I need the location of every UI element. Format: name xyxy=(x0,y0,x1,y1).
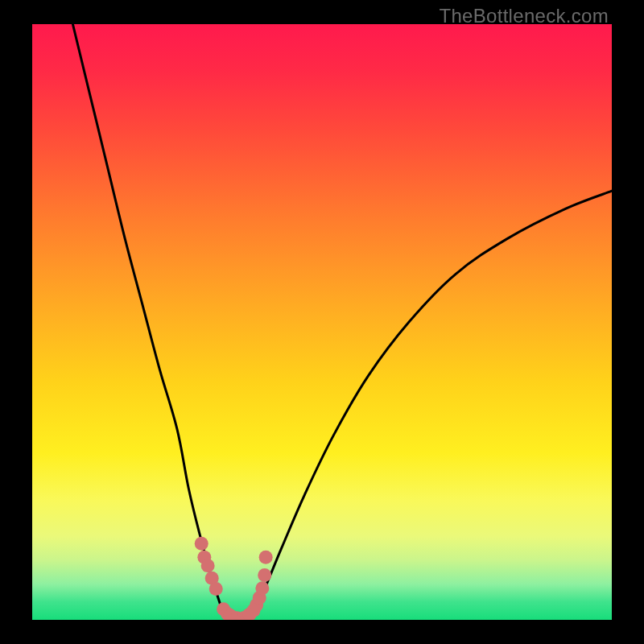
data-point xyxy=(201,559,215,572)
curve-layer xyxy=(32,24,612,620)
bottleneck-curve xyxy=(72,24,612,619)
data-points xyxy=(195,537,273,620)
data-point xyxy=(258,568,271,582)
data-point xyxy=(259,551,273,564)
data-point xyxy=(209,582,223,596)
chart-frame: TheBottleneck.com xyxy=(0,0,644,644)
data-point xyxy=(195,537,208,551)
curve-path xyxy=(72,24,612,619)
plot-area xyxy=(32,24,612,620)
data-point xyxy=(255,581,269,595)
